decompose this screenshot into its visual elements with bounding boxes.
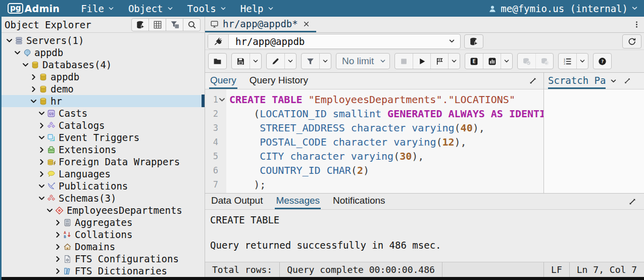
search-objects-button[interactable] xyxy=(183,18,201,31)
refresh-button[interactable] xyxy=(622,34,641,49)
stop-execution-button[interactable] xyxy=(395,54,413,69)
expander-down-icon[interactable] xyxy=(6,37,13,44)
edit-button[interactable] xyxy=(267,54,284,69)
expander-down-icon[interactable] xyxy=(38,182,45,190)
connection-dropdown-button[interactable] xyxy=(443,34,460,49)
menu-object[interactable]: Object xyxy=(121,0,180,17)
connection-combo[interactable]: hr/app@appdb xyxy=(229,34,443,49)
expander-right-icon[interactable] xyxy=(30,73,37,81)
filter-options-button[interactable] xyxy=(319,54,331,69)
sql-token: 12 xyxy=(442,136,454,148)
user-menu-label: me@fymio.us (internal) xyxy=(501,3,628,14)
scratch-pad-body[interactable] xyxy=(544,89,644,193)
tree-row-hr[interactable]: hr xyxy=(2,95,205,107)
sidebar-scrollbar[interactable] xyxy=(202,95,205,107)
tab-messages[interactable]: Messages xyxy=(275,194,321,209)
expander-right-icon[interactable] xyxy=(30,85,37,93)
expand-scratch-pad-button[interactable] xyxy=(621,75,634,87)
expander-down-icon[interactable] xyxy=(30,98,37,105)
sql-editor[interactable]: 1234567 CREATE TABLE "EmployeesDepartmen… xyxy=(205,89,543,193)
new-connection-button[interactable] xyxy=(464,34,483,49)
tree-row-foreign-data-wrappers[interactable]: Foreign Data Wrappers xyxy=(2,156,205,168)
tree-row-domains[interactable]: Domains xyxy=(2,241,205,253)
tree-row-appdb[interactable]: appdb xyxy=(2,71,205,83)
save-options-button[interactable] xyxy=(250,54,261,69)
expander-right-icon[interactable] xyxy=(54,243,62,251)
tree-row-appdb[interactable]: appdb xyxy=(2,46,205,59)
tree-row-demo[interactable]: demo xyxy=(2,83,205,95)
expander-right-icon[interactable] xyxy=(38,158,45,166)
scratch-pad-dropdown-button[interactable] xyxy=(608,75,619,86)
expander-down-icon[interactable] xyxy=(46,207,54,214)
tab-query-history[interactable]: Query History xyxy=(249,73,309,89)
tree-row-collations[interactable]: ABCollations xyxy=(2,228,205,241)
explain-options-button[interactable] xyxy=(501,54,512,69)
editor-code[interactable]: CREATE TABLE "EmployeesDepartments"."LOC… xyxy=(226,89,543,193)
expander-right-icon[interactable] xyxy=(38,146,45,154)
tab-data-output[interactable]: Data Output xyxy=(210,194,264,209)
tree-row-casts[interactable]: 69Casts xyxy=(2,107,205,119)
execute-script-button[interactable] xyxy=(430,54,448,69)
expander-right-icon[interactable] xyxy=(54,255,62,263)
expander-right-icon[interactable] xyxy=(38,122,45,129)
tab-notifications[interactable]: Notifications xyxy=(332,194,386,209)
eol-indicator[interactable]: LF xyxy=(543,262,569,277)
expander-right-icon[interactable] xyxy=(54,219,62,226)
toolbar-group xyxy=(517,53,554,69)
expander-right-icon[interactable] xyxy=(54,267,62,275)
save-file-button[interactable] xyxy=(232,54,250,69)
tree-row-servers-1[interactable]: Servers(1) xyxy=(2,34,205,46)
query-tool-button[interactable] xyxy=(131,18,149,31)
filtered-rows-button[interactable] xyxy=(166,18,183,31)
user-menu[interactable]: me@fymio.us (internal) xyxy=(488,3,638,14)
fold-icon[interactable] xyxy=(218,96,226,104)
expander-right-icon[interactable] xyxy=(54,231,62,239)
chevron-down-icon xyxy=(610,78,617,84)
expander-down-icon[interactable] xyxy=(22,61,29,69)
expander-down-icon[interactable] xyxy=(38,195,45,202)
expander-down-icon[interactable] xyxy=(38,110,45,117)
edit-options-button[interactable] xyxy=(284,54,296,69)
search-objects-icon xyxy=(187,20,196,29)
open-file-button[interactable] xyxy=(209,54,226,69)
row-limit-button[interactable]: No limit xyxy=(336,54,389,69)
tree-row-schemas-3[interactable]: Schemas(3) xyxy=(2,192,205,204)
close-tab-button[interactable] xyxy=(302,19,311,28)
panel-menu-button[interactable] xyxy=(629,18,644,31)
tree-row-languages[interactable]: Languages xyxy=(2,168,205,180)
execute-query-button[interactable] xyxy=(413,54,430,69)
tree-row-extensions[interactable]: Extensions xyxy=(2,144,205,156)
tree-item-label: hr xyxy=(51,96,62,107)
expander-right-icon[interactable] xyxy=(38,170,45,178)
tree-item-label: Aggregates xyxy=(75,217,132,228)
tree-row-employeesdepartments[interactable]: EmployeesDepartments xyxy=(2,204,205,216)
filter-button[interactable] xyxy=(302,54,319,69)
expander-down-icon[interactable] xyxy=(38,134,45,142)
execute-options-button[interactable] xyxy=(448,54,460,69)
tree-row-publications[interactable]: Publications xyxy=(2,180,205,192)
scratch-pad-tab[interactable]: Scratch Pa xyxy=(548,73,606,89)
tree-row-event-triggers[interactable]: Event Triggers xyxy=(2,131,205,144)
tree-row-fts-configurations[interactable]: FTS Configurations xyxy=(2,253,205,265)
menu-file[interactable]: File xyxy=(74,0,121,17)
macros-button[interactable]: 123 xyxy=(559,54,576,69)
menu-tools[interactable]: Tools xyxy=(180,0,233,17)
tab-query[interactable]: Query xyxy=(209,73,237,89)
tree-row-databases-4[interactable]: Databases(4) xyxy=(2,59,205,71)
tree-row-fts-dictionaries[interactable]: FTS Dictionaries xyxy=(2,265,205,277)
menu-help[interactable]: Help xyxy=(233,0,281,17)
expand-output-panel-button[interactable] xyxy=(626,196,639,208)
rollback-button[interactable] xyxy=(535,54,553,69)
expand-query-panel-button[interactable] xyxy=(526,75,539,87)
connection-status-button[interactable] xyxy=(208,34,229,49)
tab-hr-app-appdb[interactable]: hr/app@appdb* xyxy=(205,17,316,32)
commit-button[interactable] xyxy=(518,54,535,69)
tree-row-aggregates[interactable]: Aggregates xyxy=(2,216,205,228)
tree-row-catalogs[interactable]: Catalogs xyxy=(2,119,205,131)
explain-button[interactable]: E xyxy=(465,54,483,69)
macros-options-button[interactable] xyxy=(576,54,588,69)
view-data-button[interactable] xyxy=(148,18,166,31)
expander-down-icon[interactable] xyxy=(14,49,21,57)
explain-analyze-button[interactable] xyxy=(483,54,501,69)
help-button[interactable]: ? xyxy=(593,54,611,69)
